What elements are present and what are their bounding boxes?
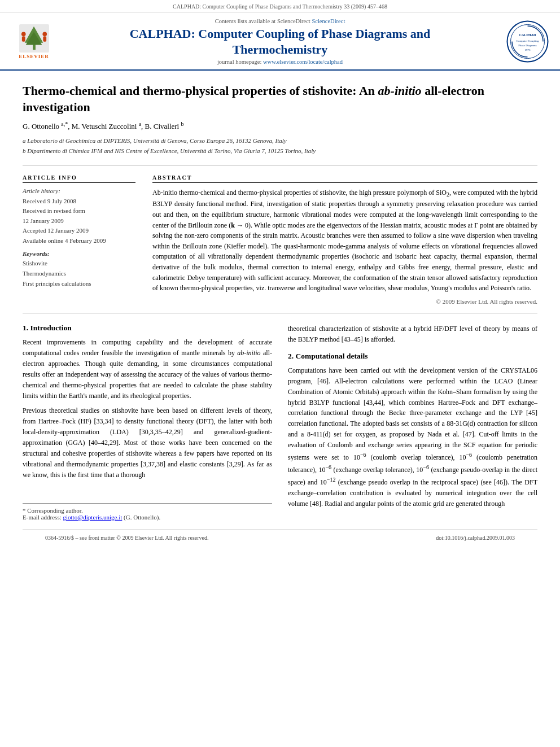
body-content: 1. Introduction Recent improvements in c…: [23, 313, 537, 521]
journal-top-bar: CALPHAD: Computer Coupling of Phase Diag…: [0, 0, 560, 12]
journal-header: ELSEVIER Contents lists available at Sci…: [0, 12, 560, 71]
article-title: Thermo-chemical and thermo-physical prop…: [23, 83, 537, 115]
received-date: Received 9 July 2008: [23, 196, 135, 207]
main-content: Thermo-chemical and thermo-physical prop…: [0, 71, 560, 545]
svg-text:1973: 1973: [525, 49, 531, 51]
affiliation-b: b Dipartimento di Chimica IFM and NIS Ce…: [23, 146, 537, 156]
elsevier-logo-area: ELSEVIER: [11, 24, 62, 59]
section1-title: 1. Introduction: [23, 324, 272, 333]
calphad-logo-area: CALPHAD Computer Coupling Phase Diagrams…: [498, 20, 549, 63]
footer-doi: doi:10.1016/j.calphad.2009.01.003: [436, 535, 515, 541]
section1-para1: Recent improvements in computing capabil…: [23, 337, 272, 401]
article-title-section: Thermo-chemical and thermo-physical prop…: [23, 71, 537, 165]
email-link[interactable]: giotto@dipteris.unige.it: [63, 514, 122, 521]
svg-rect-7: [43, 36, 46, 42]
email-note: E-mail address: giotto@dipteris.unige.it…: [23, 514, 272, 521]
authors-line: G. Ottonello a,*, M. Vetuschi Zuccolini …: [23, 121, 537, 131]
keyword-stishovite: Stishovite: [23, 259, 135, 269]
footer-issn: 0364-5916/$ – see front matter © 2009 El…: [45, 535, 208, 541]
svg-text:Computer Coupling: Computer Coupling: [517, 40, 539, 42]
homepage-url[interactable]: www.elsevier.com/locate/calphad: [263, 59, 343, 65]
sciencedirect-link[interactable]: ScienceDirect: [312, 18, 345, 24]
journal-header-center: Contents lists available at ScienceDirec…: [62, 18, 498, 65]
affiliation-a: a Laboratorio di Geochimica at DIPTERIS,…: [23, 136, 537, 146]
svg-text:CALPHAD: CALPHAD: [519, 33, 536, 37]
section2-para1: Computations have been carried out with …: [288, 365, 537, 509]
section1-continuation: theoretical characterization of stishovi…: [288, 324, 537, 345]
keyword-first-principles: First principles calculations: [23, 279, 135, 289]
section1-para2: Previous theoretical studies on stishovi…: [23, 405, 272, 480]
elsevier-logo: ELSEVIER: [11, 24, 56, 59]
article-info-header: ARTICLE INFO: [23, 174, 135, 183]
corresponding-author-note: * Corresponding author.: [23, 507, 272, 514]
abstract-header: ABSTRACT: [152, 174, 537, 183]
svg-point-6: [42, 32, 47, 36]
contents-available-line: Contents lists available at ScienceDirec…: [62, 18, 498, 24]
received-revised-label: Received in revised form: [23, 206, 135, 216]
available-online: Available online 4 February 2009: [23, 236, 135, 246]
svg-rect-5: [21, 36, 25, 42]
journal-title: CALPHAD: Computer Coupling of Phase Diag…: [62, 26, 498, 57]
article-info-abstract-section: ARTICLE INFO Article history: Received 9…: [23, 165, 537, 313]
affiliations: a Laboratorio di Geochimica at DIPTERIS,…: [23, 136, 537, 156]
svg-text:Phase Diagrams: Phase Diagrams: [518, 44, 536, 47]
footnote-area: * Corresponding author. E-mail address: …: [23, 503, 272, 521]
page-footer: 0364-5916/$ – see front matter © 2009 El…: [23, 530, 537, 545]
article-info-column: ARTICLE INFO Article history: Received 9…: [23, 174, 135, 305]
svg-point-4: [21, 32, 25, 36]
accepted-date: Accepted 12 January 2009: [23, 226, 135, 236]
journal-homepage: journal homepage: www.elsevier.com/locat…: [62, 59, 498, 65]
keywords-label: Keywords:: [23, 250, 135, 257]
elsevier-tree-icon: [19, 24, 50, 53]
elsevier-text: ELSEVIER: [19, 54, 49, 59]
body-col-right: theoretical characterization of stishovi…: [288, 324, 537, 521]
section2-title: 2. Computational details: [288, 352, 537, 361]
copyright-notice: © 2009 Elsevier Ltd. All rights reserved…: [152, 298, 537, 305]
abstract-text: Ab-initio thermo-chemical and thermo-phy…: [152, 187, 537, 294]
received-revised-date: 12 January 2009: [23, 216, 135, 226]
journal-citation: CALPHAD: Computer Coupling of Phase Diag…: [173, 3, 387, 10]
calphad-logo-icon: CALPHAD Computer Coupling Phase Diagrams…: [506, 20, 549, 63]
abstract-column: ABSTRACT Ab-initio thermo-chemical and t…: [152, 174, 537, 305]
keyword-thermodynamics: Thermodynamics: [23, 269, 135, 279]
history-label: Article history:: [23, 187, 135, 194]
body-col-left: 1. Introduction Recent improvements in c…: [23, 324, 272, 521]
